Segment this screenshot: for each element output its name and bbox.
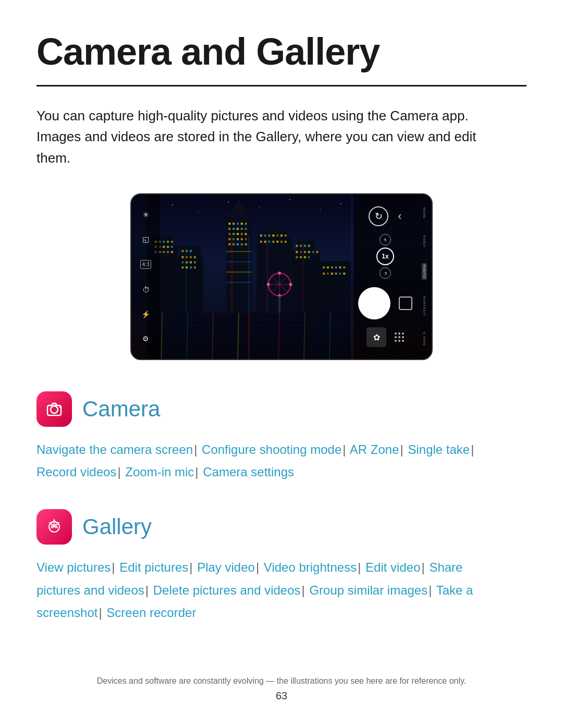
link-ar-zone[interactable]: AR Zone: [350, 442, 399, 456]
svg-rect-74: [194, 266, 196, 268]
svg-rect-69: [190, 261, 192, 263]
mode-photo[interactable]: PHOTO: [422, 263, 427, 280]
svg-rect-115: [327, 273, 329, 275]
camera-controls-main: ↻ ‹ 5 1x .5: [353, 194, 417, 359]
svg-point-5: [289, 199, 290, 200]
svg-rect-13: [232, 223, 235, 225]
svg-rect-113: [343, 266, 345, 268]
svg-rect-67: [181, 261, 183, 263]
settings-icon[interactable]: ⚙: [142, 335, 149, 342]
link-play-video[interactable]: Play video: [197, 560, 255, 574]
flip-camera-btn[interactable]: ↻: [369, 206, 388, 226]
gallery-app-header: Gallery: [36, 509, 527, 545]
link-take-screenshot[interactable]: Take a: [436, 583, 473, 597]
camera-app-name: Camera: [82, 397, 160, 422]
camera-section: Camera Navigate the camera screen| Confi…: [36, 391, 527, 483]
svg-rect-84: [260, 241, 262, 243]
svg-rect-122: [185, 249, 186, 313]
link-take-screenshot-2[interactable]: screenshot: [36, 606, 97, 620]
svg-rect-37: [226, 251, 252, 252]
back-chevron[interactable]: ‹: [398, 209, 401, 223]
intro-text: You can capture high-quality pictures an…: [36, 105, 506, 168]
gallery-section: Gallery View pictures| Edit pictures| Pl…: [36, 509, 527, 624]
link-view-pictures[interactable]: View pictures: [36, 560, 111, 574]
svg-rect-35: [241, 243, 243, 245]
svg-rect-36: [245, 243, 247, 245]
gallery-thumbnail[interactable]: ✿: [366, 327, 386, 347]
link-zoom-mic[interactable]: Zoom-in mic: [125, 465, 194, 479]
link-edit-video[interactable]: Edit video: [365, 560, 420, 574]
svg-rect-88: [276, 241, 278, 243]
svg-rect-30: [241, 238, 243, 240]
svg-rect-120: [231, 236, 232, 313]
city-skyline-svg: [147, 194, 351, 359]
link-share-pictures-2[interactable]: pictures and videos: [36, 583, 144, 597]
link-record-videos[interactable]: Record videos: [36, 465, 116, 479]
link-navigate-camera[interactable]: Navigate the camera screen: [36, 442, 193, 456]
svg-rect-87: [272, 241, 274, 243]
svg-rect-57: [171, 251, 173, 253]
svg-point-146: [59, 406, 61, 408]
svg-rect-22: [228, 233, 230, 235]
shutter-row: [358, 287, 412, 319]
svg-rect-99: [304, 251, 306, 253]
mode-portrait[interactable]: PORTRAIT: [423, 296, 426, 316]
link-video-brightness[interactable]: Video brightness: [264, 560, 357, 574]
svg-rect-77: [260, 235, 262, 237]
link-delete-pictures[interactable]: Delete pictures and videos: [153, 583, 301, 597]
zoom-point5-btn[interactable]: .5: [380, 267, 391, 279]
mode-more[interactable]: MORE: [423, 207, 426, 219]
timer-icon[interactable]: ◱: [142, 236, 149, 243]
svg-rect-48: [163, 246, 165, 248]
svg-point-1: [172, 204, 173, 205]
shutter-button[interactable]: [358, 287, 390, 319]
svg-rect-118: [339, 273, 341, 275]
svg-rect-117: [335, 273, 337, 275]
svg-rect-25: [241, 233, 243, 235]
link-single-take[interactable]: Single take: [408, 442, 470, 456]
svg-rect-58: [178, 256, 203, 313]
mode-single-take[interactable]: S.TAKE: [423, 332, 426, 346]
svg-rect-96: [308, 245, 310, 247]
ratio-icon[interactable]: 4:3: [140, 260, 152, 269]
zoom-1x-btn[interactable]: 1x: [376, 248, 394, 265]
svg-rect-76: [262, 228, 287, 238]
link-edit-pictures[interactable]: Edit pictures: [119, 560, 188, 574]
svg-rect-101: [312, 251, 314, 253]
link-share-pictures[interactable]: Share: [429, 560, 462, 574]
svg-rect-79: [268, 235, 271, 237]
svg-rect-62: [190, 250, 192, 252]
svg-rect-106: [304, 256, 306, 258]
svg-point-133: [267, 283, 270, 286]
motion-icon[interactable]: ⏱: [142, 286, 150, 293]
svg-rect-26: [245, 233, 247, 235]
svg-rect-29: [237, 238, 239, 240]
svg-rect-66: [194, 256, 196, 258]
link-screen-recorder[interactable]: Screen recorder: [106, 606, 196, 620]
aspect-ratio-btn[interactable]: [399, 297, 412, 310]
svg-rect-40: [226, 282, 252, 283]
svg-rect-111: [335, 266, 337, 268]
svg-rect-14: [237, 223, 239, 225]
more-options-icon[interactable]: [395, 332, 404, 342]
svg-rect-82: [280, 235, 283, 237]
svg-point-3: [228, 202, 229, 203]
svg-rect-91: [292, 251, 321, 313]
svg-rect-95: [304, 245, 306, 247]
link-group-images[interactable]: Group similar images: [309, 583, 427, 597]
svg-rect-32: [228, 243, 230, 245]
footer-note: Devices and software are constantly evol…: [0, 676, 563, 686]
link-configure-shooting[interactable]: Configure shooting mode: [202, 442, 341, 456]
link-camera-settings[interactable]: Camera settings: [203, 465, 294, 479]
mode-video[interactable]: VIDEO: [423, 235, 426, 248]
svg-rect-39: [226, 272, 252, 273]
camera-screen: ✳ ◱ 4:3 ⏱ ⚡ ⚙ MORE VIDEO PHOTO PORTRAIT …: [131, 194, 432, 359]
hdr-icon[interactable]: ✳: [143, 211, 149, 218]
svg-rect-24: [237, 233, 239, 235]
mode-labels: MORE VIDEO PHOTO PORTRAIT S.TAKE: [417, 194, 432, 359]
svg-rect-33: [232, 243, 235, 245]
right-panel: MORE VIDEO PHOTO PORTRAIT S.TAKE ↻ ‹ 5: [353, 194, 432, 359]
zoom-5-btn[interactable]: 5: [380, 234, 391, 245]
flash-icon[interactable]: ⚡: [141, 311, 150, 318]
svg-rect-109: [327, 266, 329, 268]
